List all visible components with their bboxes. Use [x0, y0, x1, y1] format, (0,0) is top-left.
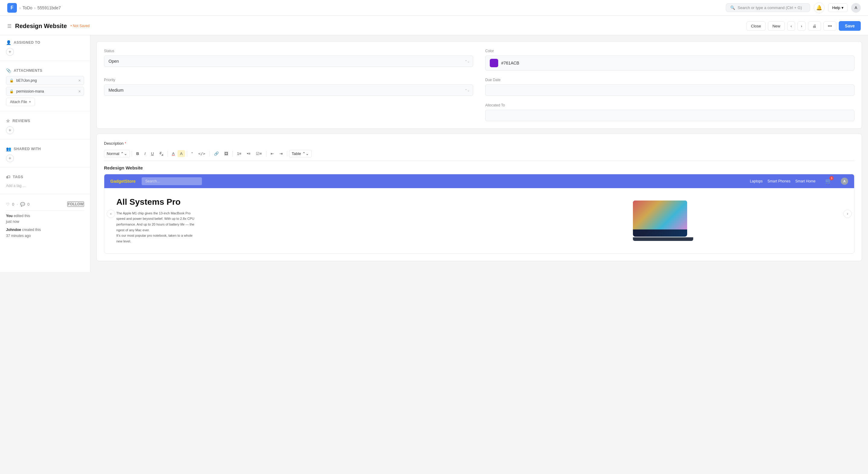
due-date-label: Due Date — [485, 78, 855, 82]
breadcrumb-todo[interactable]: ToDo — [23, 5, 33, 10]
outdent-button[interactable]: ⇤ — [268, 150, 276, 157]
app-icon: F — [7, 3, 17, 13]
underline-button[interactable]: U — [149, 150, 156, 157]
close-button[interactable]: Close — [747, 22, 766, 31]
tags-section: 🏷 Tags Add a tag ... — [0, 170, 90, 191]
color-swatch — [490, 59, 498, 67]
next-button[interactable]: › — [798, 22, 805, 31]
highlight-button[interactable]: A — [178, 150, 185, 157]
ordered-list-button[interactable]: 1≡ — [235, 150, 244, 157]
editor-content[interactable]: Redesign Website GadgetStore Laptops Sma… — [104, 165, 855, 254]
nav-left: F › ToDo › 555911bde7 — [7, 3, 61, 13]
color-label: Color — [485, 49, 855, 53]
description-label: Description * — [104, 141, 855, 146]
allocated-to-group: Allocated To johndoe@test.com — [485, 103, 855, 121]
attach-file-button[interactable]: Attach File + — [6, 98, 35, 106]
page-header-left: ☰ Redesign Website • Not Saved — [7, 23, 90, 30]
follow-button[interactable]: FOLLOW — [67, 201, 84, 207]
color-input[interactable]: #761ACB — [485, 56, 855, 70]
chevron-icon: ⌃⌄ — [302, 151, 309, 156]
priority-label: Priority — [104, 78, 473, 82]
unordered-list-button[interactable]: •≡ — [244, 150, 253, 157]
status-label: Status — [104, 49, 473, 53]
preview-next-arrow[interactable]: › — [843, 210, 852, 218]
likes-count: 0 — [12, 202, 14, 207]
preview-search-input[interactable] — [142, 177, 202, 185]
add-tag-placeholder[interactable]: Add a tag ... — [6, 182, 84, 189]
attachment-name: bE7rJon.png — [16, 79, 37, 83]
table-select[interactable]: Table ⌃⌄ — [289, 150, 312, 157]
star-icon: ☆ — [6, 119, 10, 123]
due-date-input[interactable]: 06-03-2021 — [485, 84, 855, 96]
italic-button[interactable]: I — [142, 150, 148, 157]
indent-button[interactable]: ⇥ — [277, 150, 285, 157]
follow-row: ♡ 0 · 💬 0 FOLLOW — [6, 201, 84, 207]
due-date-group: Due Date 06-03-2021 — [485, 78, 855, 96]
breadcrumb-id: 555911bde7 — [37, 5, 61, 10]
main-content: Status Open In Progress Closed Color — [90, 35, 868, 272]
preview-prev-arrow[interactable]: ‹ — [107, 210, 115, 218]
status-group: Status Open In Progress Closed — [104, 49, 473, 70]
preview-description: The Apple M1 chip gives the 13-inch MacB… — [116, 210, 475, 244]
content-body: 👤 Assigned To + 📎 Attachments 🔒 bE7rJon.… — [0, 35, 868, 272]
breadcrumb: › ToDo › 555911bde7 — [19, 5, 61, 10]
strikethrough-button[interactable]: Tx — [157, 150, 165, 158]
breadcrumb-sep1: › — [19, 5, 21, 10]
chevron-icon: ⌃⌄ — [121, 151, 127, 156]
activity-user: You — [6, 214, 13, 218]
preview-body: ‹ All Systems Pro The Apple M1 chip give… — [104, 188, 854, 253]
image-button[interactable]: 🖼 — [222, 150, 230, 157]
avatar[interactable]: A — [851, 3, 861, 13]
color-hex-value: #761ACB — [501, 61, 519, 65]
activity-time: 37 minutes ago — [6, 234, 31, 238]
user-icon: 👤 — [6, 40, 11, 45]
print-button[interactable]: 🖨 — [808, 22, 821, 31]
allocated-to-label: Allocated To — [485, 103, 855, 107]
checklist-button[interactable]: ☑≡ — [253, 150, 264, 157]
notifications-button[interactable]: 🔔 — [814, 2, 825, 13]
quote-button[interactable]: " — [189, 150, 195, 157]
more-button[interactable]: ••• — [824, 22, 837, 31]
bold-button[interactable]: B — [134, 150, 141, 157]
page-title: Redesign Website — [15, 23, 67, 30]
attachment-item: 🔒 permission-mana × — [6, 87, 84, 96]
save-button[interactable]: Save — [839, 21, 861, 31]
allocated-to-input[interactable]: johndoe@test.com — [485, 110, 855, 121]
add-review-button[interactable]: + — [6, 126, 14, 134]
text-style-select[interactable]: Normal ⌃⌄ — [104, 150, 130, 157]
activity-section: ♡ 0 · 💬 0 FOLLOW You edited this just no… — [0, 197, 90, 244]
add-shared-button[interactable]: + — [6, 154, 14, 162]
activity-item: You edited this just now — [6, 213, 84, 225]
toolbar-divider — [167, 151, 168, 156]
toolbar-divider — [266, 151, 267, 156]
nav-link-phones: Smart Phones — [768, 179, 790, 183]
hamburger-icon[interactable]: ☰ — [7, 23, 11, 29]
add-assignee-button[interactable]: + — [6, 48, 14, 56]
nav-link-home: Smart Home — [795, 179, 815, 183]
nav-link-laptops: Laptops — [750, 179, 763, 183]
remove-attachment-icon[interactable]: × — [79, 89, 81, 94]
prev-button[interactable]: ‹ — [787, 22, 795, 31]
content-area: ☰ Redesign Website • Not Saved Close New… — [0, 16, 868, 272]
page-header: ☰ Redesign Website • Not Saved Close New… — [0, 16, 868, 35]
table-label: Table — [292, 151, 301, 156]
assigned-to-title: 👤 Assigned To — [6, 40, 84, 45]
font-color-button[interactable]: A — [170, 150, 177, 157]
remove-attachment-icon[interactable]: × — [79, 78, 81, 83]
preview-text-col: All Systems Pro The Apple M1 chip gives … — [116, 197, 475, 244]
status-select[interactable]: Open In Progress Closed — [104, 56, 473, 67]
help-button[interactable]: Help ▾ — [828, 3, 847, 12]
preview-laptop-image — [484, 201, 842, 241]
heart-icon: ♡ — [6, 202, 10, 207]
code-button[interactable]: </> — [196, 150, 208, 157]
cart-badge: 3 — [830, 176, 834, 180]
new-button[interactable]: New — [768, 22, 785, 31]
toolbar-divider — [132, 151, 132, 156]
priority-select[interactable]: Low Medium High — [104, 84, 473, 96]
link-button[interactable]: 🔗 — [212, 150, 221, 157]
nav-right: 🔍 Search or type a command (Ctrl + G) 🔔 … — [726, 2, 861, 13]
assigned-to-section: 👤 Assigned To + — [0, 35, 90, 58]
search-box[interactable]: 🔍 Search or type a command (Ctrl + G) — [726, 3, 810, 12]
toolbar-divider — [210, 151, 210, 156]
activity-action: created this — [22, 228, 41, 232]
